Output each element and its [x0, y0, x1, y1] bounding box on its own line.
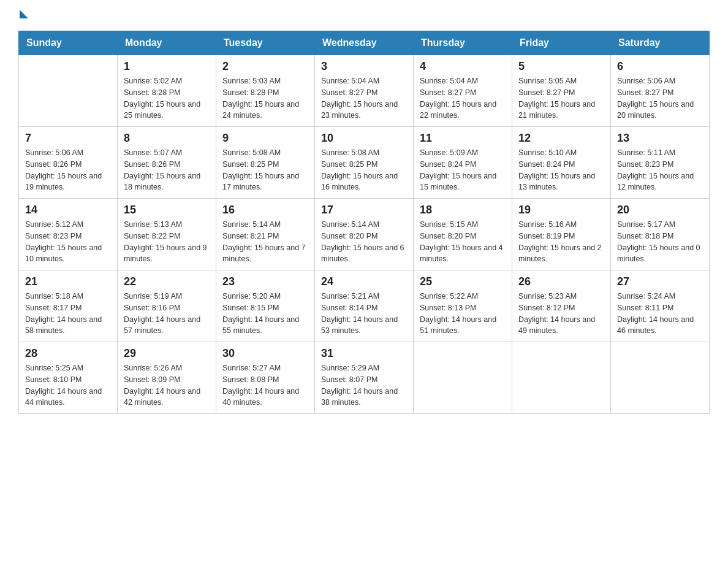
calendar-week-row: 21Sunrise: 5:18 AMSunset: 8:17 PMDayligh…	[19, 270, 710, 342]
cell-sun-info: Sunrise: 5:06 AMSunset: 8:27 PMDaylight:…	[617, 75, 703, 121]
calendar-cell: 9Sunrise: 5:08 AMSunset: 8:25 PMDaylight…	[216, 127, 315, 199]
cell-day-number: 24	[321, 275, 407, 288]
cell-sun-info: Sunrise: 5:20 AMSunset: 8:15 PMDaylight:…	[222, 291, 308, 337]
cell-sun-info: Sunrise: 5:04 AMSunset: 8:27 PMDaylight:…	[420, 75, 506, 121]
cell-day-number: 1	[124, 60, 210, 73]
cell-day-number: 3	[321, 60, 407, 73]
cell-day-number: 7	[25, 132, 111, 145]
calendar-cell: 26Sunrise: 5:23 AMSunset: 8:12 PMDayligh…	[512, 270, 611, 342]
cell-day-number: 29	[124, 347, 210, 360]
cell-sun-info: Sunrise: 5:18 AMSunset: 8:17 PMDaylight:…	[25, 291, 111, 337]
calendar-cell: 22Sunrise: 5:19 AMSunset: 8:16 PMDayligh…	[118, 270, 216, 342]
cell-day-number: 25	[420, 275, 506, 288]
calendar-cell: 17Sunrise: 5:14 AMSunset: 8:20 PMDayligh…	[315, 199, 414, 270]
cell-day-number: 13	[617, 132, 703, 145]
cell-day-number: 31	[321, 347, 407, 360]
cell-sun-info: Sunrise: 5:04 AMSunset: 8:27 PMDaylight:…	[321, 75, 407, 121]
calendar-cell	[19, 55, 118, 127]
calendar-cell: 25Sunrise: 5:22 AMSunset: 8:13 PMDayligh…	[414, 270, 512, 342]
logo	[18, 12, 28, 18]
cell-sun-info: Sunrise: 5:09 AMSunset: 8:24 PMDaylight:…	[420, 147, 506, 193]
cell-sun-info: Sunrise: 5:11 AMSunset: 8:23 PMDaylight:…	[617, 147, 703, 193]
cell-day-number: 2	[222, 60, 308, 73]
cell-day-number: 27	[617, 275, 703, 288]
cell-sun-info: Sunrise: 5:22 AMSunset: 8:13 PMDaylight:…	[420, 291, 506, 337]
calendar-cell: 12Sunrise: 5:10 AMSunset: 8:24 PMDayligh…	[512, 127, 611, 199]
page-header	[18, 12, 710, 18]
calendar-cell: 31Sunrise: 5:29 AMSunset: 8:07 PMDayligh…	[315, 342, 414, 414]
col-header-sunday: Sunday	[19, 31, 118, 55]
cell-day-number: 21	[25, 275, 111, 288]
cell-day-number: 14	[25, 204, 111, 216]
cell-day-number: 30	[222, 347, 308, 360]
calendar-header-row: SundayMondayTuesdayWednesdayThursdayFrid…	[19, 31, 710, 55]
logo-triangle-icon	[20, 10, 28, 18]
calendar-cell: 11Sunrise: 5:09 AMSunset: 8:24 PMDayligh…	[414, 127, 512, 199]
cell-sun-info: Sunrise: 5:06 AMSunset: 8:26 PMDaylight:…	[25, 147, 111, 193]
col-header-tuesday: Tuesday	[216, 31, 315, 55]
calendar-cell: 27Sunrise: 5:24 AMSunset: 8:11 PMDayligh…	[611, 270, 710, 342]
calendar-cell: 18Sunrise: 5:15 AMSunset: 8:20 PMDayligh…	[414, 199, 512, 270]
cell-sun-info: Sunrise: 5:25 AMSunset: 8:10 PMDaylight:…	[25, 362, 111, 408]
cell-day-number: 10	[321, 132, 407, 145]
calendar-cell: 5Sunrise: 5:05 AMSunset: 8:27 PMDaylight…	[512, 55, 611, 127]
cell-day-number: 17	[321, 204, 407, 216]
cell-sun-info: Sunrise: 5:26 AMSunset: 8:09 PMDaylight:…	[124, 362, 210, 408]
cell-sun-info: Sunrise: 5:14 AMSunset: 8:20 PMDaylight:…	[321, 219, 407, 265]
calendar-cell: 28Sunrise: 5:25 AMSunset: 8:10 PMDayligh…	[19, 342, 118, 414]
cell-day-number: 9	[222, 132, 308, 145]
calendar-cell: 13Sunrise: 5:11 AMSunset: 8:23 PMDayligh…	[611, 127, 710, 199]
cell-day-number: 11	[420, 132, 506, 145]
cell-sun-info: Sunrise: 5:27 AMSunset: 8:08 PMDaylight:…	[222, 362, 308, 408]
cell-sun-info: Sunrise: 5:02 AMSunset: 8:28 PMDaylight:…	[124, 75, 210, 121]
cell-sun-info: Sunrise: 5:10 AMSunset: 8:24 PMDaylight:…	[518, 147, 604, 193]
col-header-thursday: Thursday	[414, 31, 512, 55]
calendar-cell: 24Sunrise: 5:21 AMSunset: 8:14 PMDayligh…	[315, 270, 414, 342]
calendar-week-row: 28Sunrise: 5:25 AMSunset: 8:10 PMDayligh…	[19, 342, 710, 414]
cell-sun-info: Sunrise: 5:08 AMSunset: 8:25 PMDaylight:…	[222, 147, 308, 193]
cell-day-number: 28	[25, 347, 111, 360]
cell-day-number: 6	[617, 60, 703, 73]
calendar-cell: 20Sunrise: 5:17 AMSunset: 8:18 PMDayligh…	[611, 199, 710, 270]
calendar-cell	[414, 342, 512, 414]
col-header-wednesday: Wednesday	[315, 31, 414, 55]
calendar-week-row: 7Sunrise: 5:06 AMSunset: 8:26 PMDaylight…	[19, 127, 710, 199]
calendar-week-row: 14Sunrise: 5:12 AMSunset: 8:23 PMDayligh…	[19, 199, 710, 270]
calendar-table: SundayMondayTuesdayWednesdayThursdayFrid…	[18, 31, 710, 414]
cell-day-number: 5	[518, 60, 604, 73]
cell-sun-info: Sunrise: 5:16 AMSunset: 8:19 PMDaylight:…	[518, 219, 604, 265]
cell-sun-info: Sunrise: 5:24 AMSunset: 8:11 PMDaylight:…	[617, 291, 703, 337]
cell-sun-info: Sunrise: 5:19 AMSunset: 8:16 PMDaylight:…	[124, 291, 210, 337]
calendar-cell: 16Sunrise: 5:14 AMSunset: 8:21 PMDayligh…	[216, 199, 315, 270]
calendar-cell: 23Sunrise: 5:20 AMSunset: 8:15 PMDayligh…	[216, 270, 315, 342]
cell-day-number: 15	[124, 204, 210, 216]
calendar-cell: 7Sunrise: 5:06 AMSunset: 8:26 PMDaylight…	[19, 127, 118, 199]
cell-day-number: 22	[124, 275, 210, 288]
calendar-cell: 21Sunrise: 5:18 AMSunset: 8:17 PMDayligh…	[19, 270, 118, 342]
calendar-cell: 19Sunrise: 5:16 AMSunset: 8:19 PMDayligh…	[512, 199, 611, 270]
calendar-week-row: 1Sunrise: 5:02 AMSunset: 8:28 PMDaylight…	[19, 55, 710, 127]
cell-sun-info: Sunrise: 5:14 AMSunset: 8:21 PMDaylight:…	[222, 219, 308, 265]
calendar-cell: 4Sunrise: 5:04 AMSunset: 8:27 PMDaylight…	[414, 55, 512, 127]
calendar-cell: 30Sunrise: 5:27 AMSunset: 8:08 PMDayligh…	[216, 342, 315, 414]
cell-sun-info: Sunrise: 5:29 AMSunset: 8:07 PMDaylight:…	[321, 362, 407, 408]
cell-sun-info: Sunrise: 5:23 AMSunset: 8:12 PMDaylight:…	[518, 291, 604, 337]
cell-day-number: 23	[222, 275, 308, 288]
cell-day-number: 20	[617, 204, 703, 216]
cell-day-number: 18	[420, 204, 506, 216]
cell-sun-info: Sunrise: 5:17 AMSunset: 8:18 PMDaylight:…	[617, 219, 703, 265]
calendar-cell: 8Sunrise: 5:07 AMSunset: 8:26 PMDaylight…	[118, 127, 216, 199]
calendar-cell: 29Sunrise: 5:26 AMSunset: 8:09 PMDayligh…	[118, 342, 216, 414]
calendar-cell: 15Sunrise: 5:13 AMSunset: 8:22 PMDayligh…	[118, 199, 216, 270]
cell-sun-info: Sunrise: 5:15 AMSunset: 8:20 PMDaylight:…	[420, 219, 506, 265]
calendar-cell: 14Sunrise: 5:12 AMSunset: 8:23 PMDayligh…	[19, 199, 118, 270]
calendar-cell: 2Sunrise: 5:03 AMSunset: 8:28 PMDaylight…	[216, 55, 315, 127]
col-header-saturday: Saturday	[611, 31, 710, 55]
cell-sun-info: Sunrise: 5:03 AMSunset: 8:28 PMDaylight:…	[222, 75, 308, 121]
cell-sun-info: Sunrise: 5:12 AMSunset: 8:23 PMDaylight:…	[25, 219, 111, 265]
cell-day-number: 26	[518, 275, 604, 288]
calendar-cell: 10Sunrise: 5:08 AMSunset: 8:25 PMDayligh…	[315, 127, 414, 199]
cell-sun-info: Sunrise: 5:21 AMSunset: 8:14 PMDaylight:…	[321, 291, 407, 337]
calendar-cell: 3Sunrise: 5:04 AMSunset: 8:27 PMDaylight…	[315, 55, 414, 127]
cell-day-number: 4	[420, 60, 506, 73]
